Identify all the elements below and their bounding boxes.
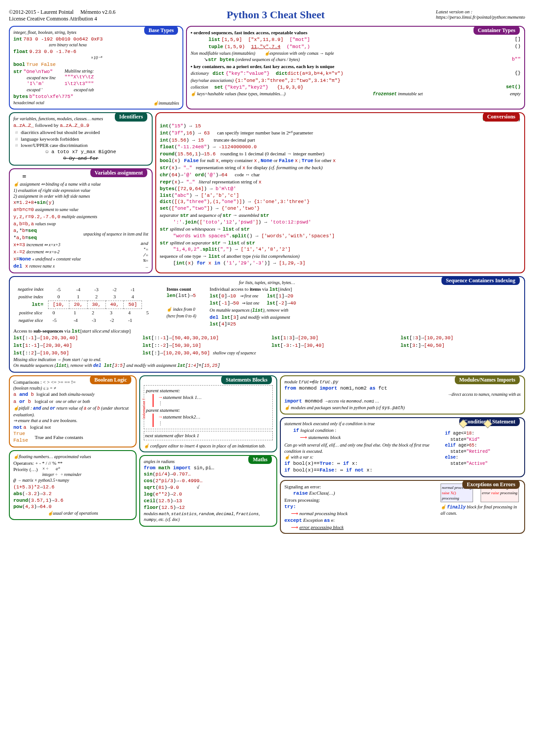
latest-url: https://perso.limsi.fr/pointal/python:me… bbox=[436, 14, 525, 20]
latest-label: Latest version on : bbox=[436, 9, 473, 14]
copyright: ©2012-2015 - Laurent Pointal bbox=[9, 9, 73, 15]
license: License Creative Commons Attribution 4 bbox=[9, 16, 97, 22]
index-table: negative index-5-4-3-2-1 positive index0… bbox=[13, 286, 153, 324]
page-title: Python 3 Cheat Sheet bbox=[227, 9, 325, 21]
box-identifiers: Identifiers for variables, functions, mo… bbox=[9, 112, 153, 166]
box-variables: Variables assignment = ☝ assignment ⇔ bi… bbox=[9, 168, 153, 273]
box-exceptions: Exceptions on Errors Signaling an error:… bbox=[280, 480, 525, 534]
box-conversions: Conversions type(expression) int("15") →… bbox=[155, 112, 525, 273]
version: Mémento v2.0.6 bbox=[80, 9, 115, 15]
page-header: ©2012-2015 - Laurent Pointal Mémento v2.… bbox=[9, 9, 525, 22]
box-title: Container Types bbox=[473, 26, 520, 35]
box-maths: Maths angles in radians from math import… bbox=[139, 455, 277, 527]
box-modules-imports: Modules/Names Imports module truc⇔file t… bbox=[280, 375, 525, 415]
header-left: ©2012-2015 - Laurent Pointal Mémento v2.… bbox=[9, 9, 115, 22]
box-boolean-logic: Boolean Logic Comparisons : < > <= >= ==… bbox=[9, 375, 137, 447]
box-container-types: Container Types ordered sequences, fast … bbox=[186, 26, 525, 110]
box-statements-blocks: Statements Blocks parent statement: →sta… bbox=[139, 375, 277, 452]
box-base-types: Base Types integer, float, boolean, stri… bbox=[9, 26, 183, 110]
box-sequence-indexing: Sequence Containers Indexing for lists, … bbox=[9, 276, 525, 373]
box-math-ops: ☝floating numbers… approximated values O… bbox=[9, 450, 137, 520]
header-right: Latest version on : https://perso.limsi.… bbox=[436, 9, 525, 20]
box-title: Base Types bbox=[144, 26, 178, 35]
box-conditional: Conditional Statement statement block ex… bbox=[280, 417, 525, 477]
